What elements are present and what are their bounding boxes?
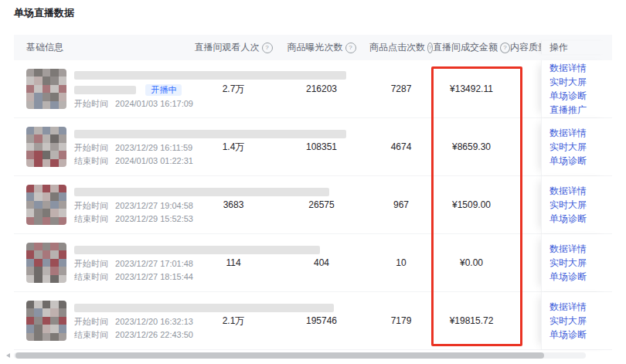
viewers-cell: 1.4万 [193,141,274,154]
actions-cell: 数据详情实时大屏单场诊断 [541,292,612,349]
column-header-label: 直播间成交金额 [433,41,498,54]
thumbnail [26,127,66,167]
start-time-label: 开始时间 [74,99,108,108]
action-link[interactable]: 单场诊断 [549,213,612,225]
exposure-cell: 195746 [274,315,369,326]
horizontal-scrollbar[interactable] [14,352,586,359]
blurred-title-bar [74,246,320,254]
live-sessions-table: 基础信息直播间观看人次?商品曝光次数?商品点击次数?直播间成交金额?内容质量操作… [14,35,612,350]
page-title: 单场直播数据 [14,6,74,20]
end-time-value: 2024/01/03 01:22:31 [115,156,193,165]
gmv-cell: ¥8659.30 [433,141,510,152]
start-time-value: 2023/12/27 19:04:58 [115,201,193,210]
blurred-title-bar [74,130,346,138]
table-row: 开始时间 2023/12/20 16:32:13 结束时间 2023/12/26… [14,292,612,350]
basic-info-cell: 开始时间 2023/12/27 19:04:58 结束时间 2023/12/29… [14,185,193,225]
viewers-cell: 3683 [193,199,274,210]
viewers-cell: 2.7万 [193,83,274,96]
action-link[interactable]: 实时大屏 [549,141,612,153]
actions-cell: 数据详情实时大屏单场诊断 [541,176,612,233]
action-link[interactable]: 数据详情 [549,63,612,74]
table-header: 基础信息直播间观看人次?商品曝光次数?商品点击次数?直播间成交金额?内容质量操作 [14,35,612,60]
blurred-title [74,69,346,81]
start-time-value: 2024/01/03 16:17:09 [115,99,193,108]
clicks-cell: 7287 [369,83,433,94]
end-time: 结束时间 2023/12/27 18:15:44 [74,271,320,282]
gmv-cell: ¥13492.11 [433,83,510,94]
column-header: 商品曝光次数? [274,41,369,54]
actions-cell: 数据详情实时大屏单场诊断 [541,118,612,175]
scrollbar-left-arrow-icon[interactable] [6,353,10,358]
column-header-label: 基础信息 [26,41,63,54]
end-time: 结束时间 2023/12/26 22:43:50 [74,329,334,340]
action-link[interactable]: 数据详情 [549,128,612,139]
basic-info-cell: 开始时间 2023/12/20 16:32:13 结束时间 2023/12/26… [14,301,193,341]
end-time-label: 结束时间 [74,214,108,223]
viewers-cell: 114 [193,257,274,268]
exposure-cell: 404 [274,257,369,268]
column-header: 商品点击次数? [369,41,433,54]
start-time-value: 2023/12/29 16:11:59 [115,143,192,152]
scrollbar-thumb[interactable] [15,352,544,359]
action-link[interactable]: 数据详情 [549,243,612,255]
thumbnail [26,69,66,109]
blurred-title [74,185,329,198]
clicks-cell: 7179 [369,315,433,326]
thumbnail [26,243,66,283]
status-badge: 开播中 [145,84,182,96]
action-link[interactable]: 实时大屏 [549,77,612,88]
start-time-label: 开始时间 [74,317,108,326]
viewers-cell: 2.1万 [193,315,274,328]
start-time-label: 开始时间 [74,201,108,210]
column-header: 基础信息 [14,41,193,54]
thumbnail [26,185,66,225]
basic-info-cell: 开始时间 2023/12/29 16:11:59 结束时间 2024/01/03… [14,127,193,167]
column-header-label: 内容质量 [510,41,541,54]
gmv-cell: ¥0.00 [433,257,510,268]
end-time: 结束时间 2023/12/29 15:52:53 [74,213,329,224]
start-time: 开始时间 2024/01/03 16:17:09 [74,98,346,109]
actions-cell: 数据详情实时大屏单场诊断直播推广 [541,60,612,117]
end-time-value: 2023/12/26 22:43:50 [115,330,193,339]
clicks-cell: 4674 [369,141,433,152]
blurred-title [74,128,346,140]
clicks-cell: 10 [369,257,433,268]
actions-cell: 数据详情实时大屏单场诊断 [541,234,612,291]
action-link[interactable]: 实时大屏 [549,315,612,327]
column-header-label: 商品曝光次数 [287,41,343,54]
end-time-label: 结束时间 [74,272,108,281]
info-icon[interactable]: ? [500,43,510,53]
info-icon[interactable]: ? [262,43,273,53]
end-time: 结束时间 2024/01/03 01:22:31 [74,155,346,166]
exposure-cell: 108351 [274,141,369,152]
table-row: 开始时间 2023/12/29 16:11:59 结束时间 2024/01/03… [14,118,612,176]
basic-info-cell: 开始时间 2023/12/27 17:01:48 结束时间 2023/12/27… [14,243,193,283]
column-header-label: 操作 [549,41,568,54]
column-header: 操作 [541,41,612,54]
column-header: 直播间成交金额? [433,41,510,54]
action-link[interactable]: 直播推广 [549,104,612,116]
blurred-title-bar [74,71,346,80]
action-link[interactable]: 实时大屏 [549,199,612,211]
start-time-value: 2023/12/27 17:01:48 [115,259,193,268]
column-header: 内容质量 [510,41,541,54]
gmv-cell: ¥19815.72 [433,315,510,326]
action-link[interactable]: 单场诊断 [549,155,612,167]
blurred-title [74,243,320,256]
action-link[interactable]: 数据详情 [549,185,612,197]
exposure-cell: 26575 [274,199,369,210]
action-link[interactable]: 数据详情 [549,301,612,313]
column-header-label: 商品点击次数 [369,41,425,54]
exposure-cell: 216203 [274,83,369,94]
info-icon[interactable]: ? [427,43,433,53]
thumbnail [26,301,66,341]
action-link[interactable]: 单场诊断 [549,271,612,283]
action-link[interactable]: 实时大屏 [549,257,612,269]
table-row: 开始时间 2023/12/27 17:01:48 结束时间 2023/12/27… [14,234,612,292]
basic-info-cell: 开播中 开始时间 2024/01/03 16:17:09 [14,69,193,109]
blurred-title-bar [74,86,136,94]
info-icon[interactable]: ? [345,43,356,53]
action-link[interactable]: 单场诊断 [549,329,612,341]
action-link[interactable]: 单场诊断 [549,90,612,102]
blurred-title-bar [74,304,334,312]
